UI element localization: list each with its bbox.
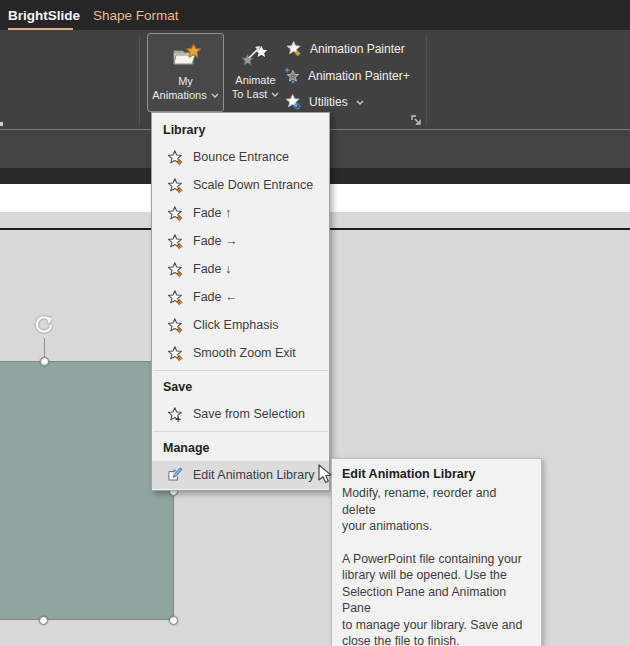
edit-library-icon — [167, 467, 184, 484]
menu-item-fade-left[interactable]: Fade ← — [152, 283, 329, 311]
utilities-label: Utilities — [309, 95, 348, 109]
edit-animation-library-tooltip: Edit Animation Library Modify, rename, r… — [331, 458, 542, 646]
star-diamond-icon — [167, 317, 184, 334]
selected-slide-shape[interactable] — [0, 361, 174, 620]
menu-item-save-from-selection[interactable]: Save from Selection — [152, 400, 329, 428]
animation-painter-button[interactable]: Animation Painter — [286, 39, 405, 59]
star-diamond-icon — [167, 205, 184, 222]
my-animations-dropdown-menu: Library Bounce Entrance Scale Down Entra… — [151, 112, 330, 491]
my-animations-label-line1: My — [178, 74, 193, 88]
rotate-handle-icon[interactable] — [33, 315, 55, 341]
ribbon-group-separator — [426, 36, 427, 126]
ribbon-tab-bar: BrightSlide Shape Format — [0, 0, 630, 30]
menu-separator — [153, 431, 328, 432]
my-animations-label-line2: Animations — [152, 88, 206, 102]
menu-item-smooth-zoom-exit[interactable]: Smooth Zoom Exit — [152, 339, 329, 367]
chevron-down-icon — [356, 100, 364, 105]
star-diamond-icon — [167, 345, 184, 362]
animation-painter-plus-button[interactable]: Animation Painter+ — [284, 66, 410, 86]
utilities-button[interactable]: Utilities — [285, 92, 364, 112]
tooltip-title: Edit Animation Library — [342, 466, 531, 482]
star-diamond-icon — [167, 177, 184, 194]
star-diamond-icon — [167, 289, 184, 306]
animate-to-last-icon — [239, 39, 273, 73]
animation-painter-label: Animation Painter — [310, 42, 405, 56]
dialog-launcher-icon[interactable] — [410, 113, 423, 126]
my-animations-button[interactable]: My Animations — [147, 33, 224, 112]
menu-item-bounce-entrance[interactable]: Bounce Entrance — [152, 143, 329, 171]
animate-to-last-label-line1: Animate — [235, 73, 275, 87]
chevron-down-icon — [211, 93, 219, 98]
menu-item-fade-down[interactable]: Fade ↓ — [152, 255, 329, 283]
powerpoint-window: BrightSlide Shape Format My — [0, 0, 630, 646]
selection-handle-top-center[interactable] — [40, 357, 49, 366]
menu-item-click-emphasis[interactable]: Click Emphasis — [152, 311, 329, 339]
folder-star-icon — [170, 40, 202, 74]
star-plus-icon — [167, 406, 184, 423]
menu-item-fade-right[interactable]: Fade → — [152, 227, 329, 255]
menu-header-library: Library — [152, 117, 329, 143]
menu-item-scale-down-entrance[interactable]: Scale Down Entrance — [152, 171, 329, 199]
selection-handle-bottom-right[interactable] — [169, 616, 178, 625]
tab-brightslide-label: BrightSlide — [8, 8, 80, 23]
menu-separator — [153, 370, 328, 371]
star-diamond-icon — [167, 261, 184, 278]
star-diamond-icon — [167, 233, 184, 250]
menu-header-save: Save — [152, 374, 329, 400]
chevron-down-icon — [271, 92, 279, 97]
tab-shape-format-label: Shape Format — [93, 8, 179, 23]
tooltip-paragraph-gap — [342, 535, 531, 551]
animate-to-last-button[interactable]: Animate To Last — [226, 33, 285, 112]
star-brush-icon — [286, 40, 304, 58]
star-plus-sparkle-icon — [284, 67, 302, 85]
star-gear-icon — [285, 93, 303, 111]
cutoff-dialog-launcher — [0, 122, 3, 126]
menu-item-fade-up[interactable]: Fade ↑ — [152, 199, 329, 227]
selection-handle-bottom-center[interactable] — [39, 616, 48, 625]
animation-painter-plus-label: Animation Painter+ — [308, 69, 410, 83]
tab-brightslide[interactable]: BrightSlide — [8, 0, 80, 30]
tab-shape-format[interactable]: Shape Format — [93, 0, 179, 30]
star-diamond-icon — [167, 149, 184, 166]
animate-to-last-label-line2: To Last — [232, 87, 267, 101]
menu-header-manage: Manage — [152, 435, 329, 461]
mouse-cursor-icon — [317, 464, 333, 490]
menu-item-edit-animation-library[interactable]: Edit Animation Library — [152, 461, 329, 489]
ribbon-group-separator — [139, 36, 140, 126]
